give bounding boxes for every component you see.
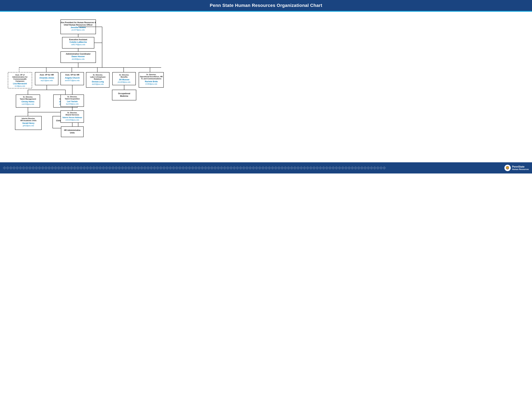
svg-text:Benefits: Benefits	[121, 76, 127, 78]
chart-container: Vice President for Human Resources & Chi…	[0, 12, 532, 161]
srdirector-benefits-name: Jill Musser	[119, 78, 129, 81]
interim-director-email: gkh2@psu.edu	[23, 125, 34, 127]
svg-text:Vice President for Human Resou: Vice President for Human Resources &	[60, 21, 96, 24]
svg-text:Talent Acquisition: Talent Acquisition	[65, 98, 80, 100]
shared-services-name: Valerie Henne-Hallman	[62, 116, 82, 118]
vp-email: jxo107@psu.edu	[71, 29, 85, 31]
svg-text:Commonwealth: Commonwealth	[13, 78, 26, 80]
svg-text:Administration for: Administration for	[12, 76, 28, 78]
asstvp-hr1-email: axj11@psu.edu	[41, 79, 53, 81]
page-header: Penn State Human Resources Organizationa…	[0, 0, 532, 12]
admin-coord-email: dxh48@psu.edu	[72, 58, 85, 60]
footer-logo-text: PennState Human Resources	[512, 165, 529, 171]
svg-text:Labor & Employee: Labor & Employee	[90, 76, 106, 78]
svg-text:Occupational: Occupational	[118, 92, 130, 95]
talent-acq-name: Lori Yacisin	[67, 100, 77, 103]
vp-name: Jennifer Wilkes	[70, 26, 86, 29]
srdirector-opex-name: Rachele Brida	[145, 80, 158, 83]
svg-text:Asst. VP for HR: Asst. VP for HR	[65, 74, 79, 76]
svg-text:Chief Human Resources Officer: Chief Human Resources Officer	[64, 24, 93, 26]
srdirector-labor-name: Dovizia Long	[92, 81, 104, 83]
svg-text:Executive Assistant: Executive Assistant	[69, 38, 87, 41]
header-title: Penn State Human Resources Organizationa…	[0, 0, 532, 11]
footer: // Will be generated by script below 🦁 P…	[0, 162, 532, 173]
svg-text:Administrative Coordinator: Administrative Coordinator	[66, 53, 91, 55]
asstvp-hr1-name: Amanda Jones	[39, 77, 54, 79]
talent-mgmt-email: cwh19@psu.edu	[22, 103, 34, 105]
admin-coord-name: Dawn Hoover	[71, 55, 85, 58]
asstvp-hr2-name: Angela Church	[65, 77, 80, 79]
interim-director-name: Gerald Henry	[22, 122, 34, 124]
svg-text:Campuses: Campuses	[15, 80, 25, 82]
footer-diamond	[382, 166, 386, 170]
svg-text:Sr. Director,: Sr. Director,	[67, 112, 77, 114]
asstvp-admin-email: lrc3@psu.edu	[15, 85, 25, 87]
svg-text:Asst. VP for HR: Asst. VP for HR	[40, 74, 54, 76]
svg-text:HR Academic Units: HR Academic Units	[20, 120, 36, 121]
talent-mgmt-name: Christy Helms	[22, 101, 34, 103]
org-chart-svg: Vice President for Human Resources & Chi…	[3, 16, 179, 157]
svg-text:Operational Excellence, HR: Operational Excellence, HR	[140, 76, 163, 78]
svg-text:Sr. Director,: Sr. Director,	[67, 96, 77, 98]
exec-assistant-name: Colette LaMarche	[70, 41, 87, 43]
svg-text:Sr. Director,: Sr. Director,	[23, 96, 33, 98]
svg-text:Interim Director,: Interim Director,	[22, 117, 35, 119]
svg-text:Sr. Director,: Sr. Director,	[146, 74, 156, 76]
svg-text:Sr. Director,: Sr. Director,	[93, 74, 103, 76]
svg-text:Talent Management: Talent Management	[20, 98, 36, 100]
svg-text:Units: Units	[70, 132, 75, 134]
footer-logo: 🦁 PennState Human Resources	[504, 165, 529, 171]
svg-text:Medicine: Medicine	[120, 95, 128, 97]
lion-icon: 🦁	[504, 165, 511, 171]
asstvp-admin-name: Lisa Marranzini	[13, 82, 27, 85]
srdirector-opex-email: rlr190@psu.edu	[145, 83, 157, 85]
svg-text:Asst. VP of: Asst. VP of	[15, 74, 25, 76]
title-text: Penn State Human Resources Organizationa…	[210, 3, 322, 8]
footer-pattern: // Will be generated by script below	[3, 167, 424, 169]
svg-text:HR Administrative: HR Administrative	[64, 129, 81, 131]
exec-assistant-email: cdl5174@psu.edu	[71, 44, 85, 45]
srdirector-labor-email: dul10@psu.edu	[92, 83, 104, 85]
asstvp-hr2-email: avc6371@psu.edu	[65, 79, 80, 81]
svg-text:IT, and Communications: IT, and Communications	[141, 78, 161, 80]
svg-text:Sr. Director,: Sr. Director,	[119, 74, 129, 76]
shared-services-email: vmh104@psu.edu	[65, 119, 79, 121]
svg-text:Relations: Relations	[94, 78, 102, 80]
srdirector-benefits-email: jmm60@psu.edu	[117, 81, 131, 83]
talent-acq-email: lay104@psu.edu	[66, 103, 79, 105]
svg-text:Shared Services: Shared Services	[65, 114, 79, 116]
